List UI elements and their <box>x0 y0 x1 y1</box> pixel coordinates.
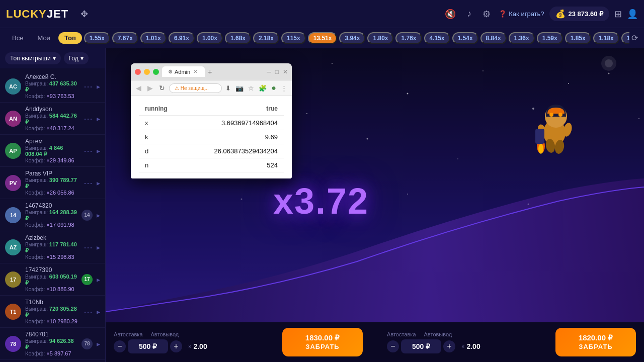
rank-badge: ⋯ <box>84 81 93 92</box>
user-info: Артем Выиграш: 4 846 008.04 ₽ Коэфф: ×29… <box>25 138 79 163</box>
expand-icon[interactable]: ✥ <box>77 7 91 22</box>
avatar: AC <box>5 78 21 95</box>
expand-row-button[interactable]: ▸ <box>97 308 100 316</box>
new-tab-button[interactable]: + <box>208 68 212 76</box>
coeff-detail: Коэфф: ×10 2980.29 <box>25 318 79 324</box>
multiplier-badge[interactable]: 2.18x <box>253 32 279 44</box>
bet-increase-right[interactable]: + <box>443 340 455 352</box>
coeff-detail: Коэфф: ×10 886.90 <box>25 286 77 292</box>
multiplier-badge[interactable]: 3.94x <box>339 32 365 44</box>
expand-row-button[interactable]: ▸ <box>97 179 100 187</box>
reload-button[interactable]: ↻ <box>157 83 167 93</box>
window-close-btn[interactable]: ✕ <box>283 68 288 75</box>
browser-tab-admin[interactable]: ⚙ Admin ✕ <box>162 66 205 77</box>
address-bar[interactable]: ⚠ Не защищ... <box>169 83 222 93</box>
grid-icon[interactable]: ⊞ <box>614 9 622 20</box>
tab-all[interactable]: Все <box>6 32 29 44</box>
period-dropdown[interactable]: Год ▾ <box>64 52 89 64</box>
browser-titlebar: ⚙ Admin ✕ + ─ □ ✕ <box>131 63 292 80</box>
settings-icon[interactable]: ⚙ <box>479 7 494 22</box>
multiplier-badge[interactable]: 4.15x <box>424 32 450 44</box>
account-circle-icon[interactable]: ● <box>270 82 278 94</box>
sidebar-item[interactable]: 78 7840701 Выиграш: 94 626.38 ₽ Коэфф: ×… <box>0 328 105 360</box>
screenshot-icon[interactable]: 📷 <box>234 82 245 94</box>
how-to-play-button[interactable]: ❓ Как играть? <box>499 10 544 18</box>
expand-row-button[interactable]: ▸ <box>97 340 100 348</box>
download-icon[interactable]: ⬇ <box>224 82 232 94</box>
multiplier-badge[interactable]: 6.91x <box>169 32 195 44</box>
multiplier-badge[interactable]: 1.18x <box>593 32 619 44</box>
multiplier-badge[interactable]: 8.84x <box>480 32 507 44</box>
rank-badge: ⋯ <box>84 242 93 253</box>
multiplier-badge[interactable]: 1.54x <box>452 32 478 44</box>
multiplier-badge[interactable]: 1.01x <box>140 32 167 44</box>
multiplier-badge[interactable]: 1.80x <box>367 32 393 44</box>
win-label: Выиграш: 94 626.38 ₽ <box>25 338 77 350</box>
user-info: Алексей С. Выиграш: 437 635.30 ₽ Коэфф: … <box>25 73 79 99</box>
refresh-icon[interactable]: ⟳ <box>631 33 638 43</box>
forward-button[interactable]: ▶ <box>145 83 155 93</box>
back-button[interactable]: ◀ <box>134 83 143 93</box>
user-info: Anddyson Выиграш: 584 442.76 ₽ Коэфф: ×4… <box>25 106 79 131</box>
more-icon[interactable]: ⋮ <box>279 82 289 94</box>
win-label: Выиграш: 4 846 008.04 ₽ <box>25 145 79 157</box>
tab-my[interactable]: Мои <box>31 32 56 44</box>
bet-input-left[interactable] <box>128 339 168 353</box>
mult-prefix-right: × <box>461 343 464 349</box>
bet-decrease-right[interactable]: − <box>387 340 399 352</box>
bet-increase-left[interactable]: + <box>170 340 182 352</box>
multiplier-badge[interactable]: 1.36x <box>509 32 535 44</box>
tab-close-button[interactable]: ✕ <box>192 68 199 75</box>
window-minimize-btn[interactable]: ─ <box>267 68 271 75</box>
sidebar-item[interactable]: PV Paras VIP Выиграш: 390 789.77 ₽ Коэфф… <box>0 167 105 199</box>
expand-row-button[interactable]: ▸ <box>97 115 100 123</box>
sidebar: Топ выигрыши ▾ Год ▾ AC Алексей С. Выигр… <box>0 48 106 362</box>
minimize-window-button[interactable] <box>144 69 150 75</box>
expand-row-button[interactable]: ▸ <box>97 276 100 284</box>
multiplier-badge[interactable]: 7.67x <box>112 32 138 44</box>
sidebar-item[interactable]: 14 14674320 Выиграш: 164 288.39 ₽ Коэфф:… <box>0 199 105 231</box>
sidebar-item[interactable]: AC Алексей С. Выиграш: 437 635.30 ₽ Коэф… <box>0 70 105 103</box>
bet-input-right[interactable] <box>401 339 441 353</box>
win-label: Выиграш: 603 050.19 ₽ <box>25 274 77 286</box>
filter-label: Топ выигрыши <box>10 55 51 62</box>
maximize-window-button[interactable] <box>153 69 159 75</box>
collect-button-right[interactable]: 1820.00 ₽ ЗАБРАТЬ <box>555 328 636 356</box>
key-n: n <box>139 158 184 172</box>
sidebar-item[interactable]: T1 T10Nb Выиграш: 720 305.28 ₽ Коэфф: ×1… <box>0 296 105 328</box>
window-restore-btn[interactable]: □ <box>275 68 279 75</box>
bookmark-icon[interactable]: ☆ <box>247 82 256 94</box>
multiplier-badge[interactable]: 115x <box>281 32 306 44</box>
sidebar-item[interactable]: AP Артем Выиграш: 4 846 008.04 ₽ Коэфф: … <box>0 135 105 167</box>
user-icon[interactable]: 👤 <box>627 9 638 20</box>
music-icon[interactable]: ♪ <box>464 7 474 21</box>
user-name: Azizbek <box>25 234 79 241</box>
security-warning: ⚠ Не защищ... <box>175 85 209 91</box>
close-window-button[interactable] <box>135 69 141 75</box>
multiplier-badge[interactable]: 1.00x <box>197 32 223 44</box>
multiplier-badge[interactable]: 1.85x <box>565 32 591 44</box>
filter-dropdown[interactable]: Топ выигрыши ▾ <box>5 52 61 64</box>
collect-button-left[interactable]: 1830.00 ₽ ЗАБРАТЬ <box>282 328 363 356</box>
svg-point-3 <box>482 70 484 71</box>
expand-row-button[interactable]: ▸ <box>97 147 100 155</box>
sidebar-item[interactable]: 17 17427390 Выиграш: 603 050.19 ₽ Коэфф:… <box>0 263 105 296</box>
sidebar-item[interactable]: AN Anddyson Выиграш: 584 442.76 ₽ Коэфф:… <box>0 103 105 135</box>
expand-row-button[interactable]: ▸ <box>97 82 100 90</box>
tab-top[interactable]: Топ <box>58 32 82 44</box>
multiplier-badge[interactable]: 1.59x <box>537 32 563 44</box>
bet-decrease-left[interactable]: − <box>114 340 126 352</box>
extension-icon[interactable]: 🧩 <box>257 82 268 94</box>
expand-row-button[interactable]: ▸ <box>97 211 100 219</box>
sound-icon[interactable]: 🔇 <box>442 7 459 22</box>
multiplier-badge[interactable]: 1.76x <box>395 32 422 44</box>
expand-row-button[interactable]: ▸ <box>97 243 100 251</box>
multiplier-control-right: × 2.00 <box>461 342 480 350</box>
value-k: 9.69 <box>184 130 284 144</box>
multiplier-badge[interactable]: 1.68x <box>225 32 251 44</box>
sidebar-item[interactable]: AZ Azizbek Выиграш: 117 781.40 ₽ Коэфф: … <box>0 231 105 263</box>
multiplier-badge[interactable]: 1.49x <box>621 32 629 44</box>
multiplier-badge[interactable]: 1.55x <box>84 32 110 44</box>
tabs-bar: Все Мои Топ 1.55x7.67x1.01x6.91x1.00x1.6… <box>0 28 644 48</box>
multiplier-badge[interactable]: 13.51x <box>308 32 338 44</box>
